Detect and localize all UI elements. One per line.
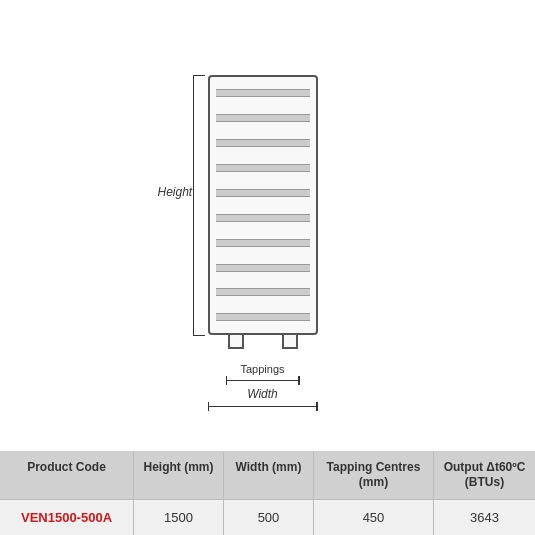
fin-1 [216,89,310,97]
radiator-diagram [208,75,318,335]
tapping-right [282,335,298,349]
table-header: Product Code Height (mm) Width (mm) Tapp… [0,452,535,500]
col-product-code: Product Code [0,452,134,499]
tappings-bracket: Tappings [208,365,318,381]
col-output: Output Δt60ºC (BTUs) [434,452,535,499]
width-label: Width [247,387,278,401]
height-label: Height [158,185,193,199]
cell-height: 1500 [134,500,224,535]
fin-9 [216,288,310,296]
width-dim-container: Tappings Width [208,365,318,407]
fin-7 [216,239,310,247]
fin-8 [216,264,310,272]
height-dim-vertical-line [193,75,194,335]
tappings-label: Tappings [240,363,284,375]
fin-4 [216,164,310,172]
cell-output: 3643 [434,500,535,535]
col-width: Width (mm) [224,452,314,499]
tapping-left [228,335,244,349]
fin-6 [216,214,310,222]
width-dim-line-container: Width [208,387,318,407]
cell-product-code: VEN1500-500A [0,500,134,535]
cell-width: 500 [224,500,314,535]
page-wrapper: Height [0,0,535,535]
fin-2 [216,114,310,122]
fin-10 [216,313,310,321]
height-dim-bottom-tick [193,335,205,336]
tappings-dim-line [226,380,300,382]
table-row: VEN1500-500A 1500 500 450 3643 [0,500,535,535]
diagram-area: Height [0,0,535,451]
col-tapping-centres: Tapping Centres (mm) [314,452,434,499]
fin-5 [216,189,310,197]
cell-tapping-centres: 450 [314,500,434,535]
table-area: Product Code Height (mm) Width (mm) Tapp… [0,451,535,535]
height-dim-top-tick [193,75,205,76]
col-height: Height (mm) [134,452,224,499]
fin-3 [216,139,310,147]
width-line [208,406,318,408]
radiator-body [208,75,318,335]
radiator-fins [210,85,316,325]
diagram-container: Height [128,55,408,395]
